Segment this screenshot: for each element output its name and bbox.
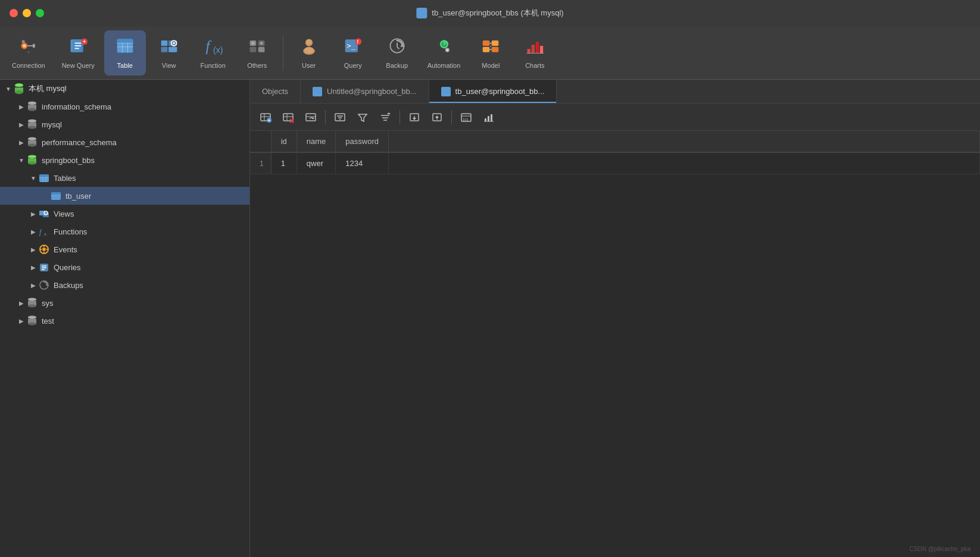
import-button[interactable] [404,108,425,127]
window-title: tb_user@springboot_bbs (本机 mysql) [416,8,563,18]
db-icon [26,315,38,327]
svg-rect-85 [39,174,49,177]
tab-untitled[interactable]: Untitled@springboot_bb... [301,80,429,103]
add-row-button[interactable]: + [255,108,276,127]
delete-row-button[interactable] [277,108,299,127]
svg-rect-61 [536,42,539,54]
table-icon [116,36,135,58]
sidebar-item-tables[interactable]: ▼ Tables [0,169,249,187]
maximize-button[interactable] [36,9,44,17]
sidebar-item-events[interactable]: ▶ Events [0,240,249,258]
sidebar-item-springboot-bbs[interactable]: ▼ springboot_bbs [0,151,249,169]
refresh-button[interactable] [300,108,322,127]
svg-rect-62 [540,46,543,53]
sidebar-item-functions[interactable]: ▶ f x Functions [0,223,249,240]
toolbar-view[interactable]: View [148,30,190,76]
close-button[interactable] [10,9,18,17]
svg-text:f: f [205,38,211,54]
svg-text:!: ! [357,39,358,45]
db-green-icon [26,154,38,166]
connection-label: Connection [12,62,45,69]
chevron-down-icon: ▼ [17,155,26,165]
sidebar-item-tb-user[interactable]: tb_user [0,187,249,205]
chevron-right-icon: ▶ [29,280,38,290]
sidebar-item-performance-schema[interactable]: ▶ performance_schema [0,133,249,151]
chevron-right-icon: ▶ [17,137,26,147]
cell-name[interactable]: qwer [297,152,336,174]
toolbar-query[interactable]: >_ ! Query [332,30,374,76]
toolbar-table[interactable]: Table [104,30,146,76]
table-row[interactable]: 1 1 qwer 1234 [250,152,980,174]
col-header-id[interactable]: id [271,131,297,152]
svg-rect-3 [33,43,35,48]
minimize-button[interactable] [23,9,31,17]
filter-button[interactable] [352,108,373,127]
tab-objects[interactable]: Objects [250,80,301,103]
chart-view-button[interactable] [478,108,500,127]
svg-rect-19 [161,40,167,46]
toolbar-connection[interactable]: + Connection [5,30,52,76]
cell-id[interactable]: 1 [271,152,297,174]
sidebar-root[interactable]: ▼ 本机 mysql [0,80,249,98]
svg-point-31 [251,42,254,45]
sidebar-item-label: tb_user [65,192,91,201]
chevron-right-icon: ▶ [17,120,26,129]
data-table-wrapper[interactable]: id name password 1 1 qwer 1234 [250,131,980,557]
chevron-down-icon: ▼ [29,173,38,183]
col-header-name[interactable]: name [297,131,336,152]
sort-button[interactable] [374,108,396,127]
toolbar-backup[interactable]: Backup [376,30,418,76]
sidebar-item-information-schema[interactable]: ▶ information_schema [0,98,249,115]
sidebar-item-sys[interactable]: ▶ sys [0,294,249,312]
db-icon [26,136,38,148]
sidebar-item-mysql[interactable]: ▶ mysql [0,115,249,133]
sidebar-item-backups[interactable]: ▶ Backups [0,276,249,294]
svg-point-78 [28,144,36,147]
svg-text:f: f [39,228,42,236]
toolbar-user[interactable]: User [288,30,330,76]
col-header-password[interactable]: password [336,131,389,152]
data-view-button[interactable]: 101 [455,108,477,127]
chevron-right-icon: ▶ [17,102,26,111]
title-bar: tb_user@springboot_bbs (本机 mysql) [0,0,980,26]
toolbar-new-query[interactable]: + New Query [55,30,102,76]
toolbar-charts[interactable]: Charts [514,30,555,76]
queries-icon [38,261,50,273]
sidebar-item-queries[interactable]: ▶ Queries [0,258,249,276]
cell-password[interactable]: 1234 [336,152,389,174]
filter-dropdown-button[interactable] [329,108,351,127]
svg-point-82 [28,162,36,165]
toolbar-others[interactable]: Others [236,30,278,76]
tables-icon [38,172,50,184]
view-icon [160,36,179,58]
export-button[interactable] [426,108,448,127]
svg-point-116 [28,323,36,326]
window-title-icon [416,8,427,18]
tabs-bar: Objects Untitled@springboot_bb... tb_use… [250,80,980,104]
svg-point-1 [23,44,26,47]
events-icon [38,243,50,255]
sidebar-item-views[interactable]: ▶ Views [0,205,249,223]
svg-point-66 [15,90,23,94]
svg-marker-136 [358,114,367,121]
connection-icon: + [19,36,38,58]
sidebar-item-test[interactable]: ▶ test [0,312,249,330]
user-label: User [302,62,316,69]
tab-tb-user[interactable]: tb_user@springboot_bb... [429,80,557,103]
svg-text:+: + [27,49,30,54]
svg-rect-30 [258,47,264,52]
svg-point-117 [28,316,36,319]
svg-rect-29 [249,47,256,52]
traffic-lights [10,9,44,17]
others-icon [248,36,267,58]
toolbar-automation[interactable]: Automation [420,30,468,76]
svg-point-67 [15,83,23,87]
svg-marker-143 [413,118,416,120]
svg-rect-53 [492,40,499,46]
toolbar-function[interactable]: f (x) Function [192,30,234,76]
tab-untitled-icon [313,87,322,96]
svg-rect-14 [117,39,133,43]
toolbar-model[interactable]: Model [470,30,511,76]
new-query-icon: + [68,36,88,58]
svg-point-51 [446,49,448,51]
